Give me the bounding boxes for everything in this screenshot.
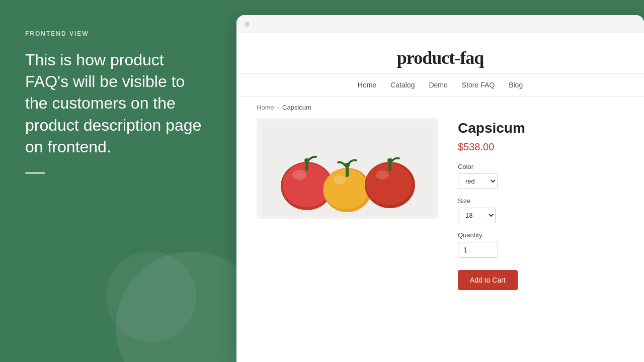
add-to-cart-button[interactable]: Add to Cart [458,270,518,290]
store-nav: Home Catalog Demo Store FAQ Blog [236,74,644,97]
store-title: product-faq [247,47,634,68]
browser-dot-1 [245,22,250,27]
quantity-input[interactable] [458,242,498,258]
breadcrumb-separator: › [277,104,279,111]
svg-point-8 [334,175,346,185]
frontend-label: FRONTEND VIEW [25,30,211,37]
right-panel: product-faq Home Catalog Demo Store FAQ … [236,0,644,362]
svg-point-3 [292,170,306,180]
main-description: This is how product FAQ's will be visibl… [25,49,211,158]
product-price: $538.00 [458,141,624,153]
nav-home[interactable]: Home [358,81,376,89]
svg-rect-15 [387,158,392,162]
browser-content: product-faq Home Catalog Demo Store FAQ … [236,33,644,362]
divider-line [25,172,45,174]
product-image-svg [262,121,433,216]
size-label: Size [458,197,624,205]
svg-point-13 [376,170,389,179]
nav-store-faq[interactable]: Store FAQ [462,81,495,89]
product-name: Capsicum [458,120,624,136]
store-header: product-faq [236,33,644,74]
svg-rect-10 [345,163,350,167]
product-details: Capsicum $538.00 Color red Size 18 [458,118,624,290]
size-field-group: Size 18 [458,197,624,223]
breadcrumb-current: Capsicum [282,104,311,111]
svg-rect-5 [304,158,309,162]
nav-blog[interactable]: Blog [509,81,523,89]
product-image [257,118,438,219]
nav-demo[interactable]: Demo [429,81,447,89]
quantity-field-group: Quantity [458,231,624,258]
nav-catalog[interactable]: Catalog [390,81,415,89]
browser-window: product-faq Home Catalog Demo Store FAQ … [236,15,644,362]
quantity-label: Quantity [458,231,624,239]
circle-decoration2 [106,251,196,342]
product-section: Capsicum $538.00 Color red Size 18 [236,118,644,310]
left-panel: FRONTEND VIEW This is how product FAQ's … [0,0,236,362]
color-field-group: Color red [458,163,624,189]
breadcrumb-home[interactable]: Home [257,104,274,111]
color-select[interactable]: red [458,173,498,189]
color-label: Color [458,163,624,170]
breadcrumb: Home › Capsicum [236,97,644,118]
size-select[interactable]: 18 [458,208,496,223]
browser-bar [236,15,644,33]
